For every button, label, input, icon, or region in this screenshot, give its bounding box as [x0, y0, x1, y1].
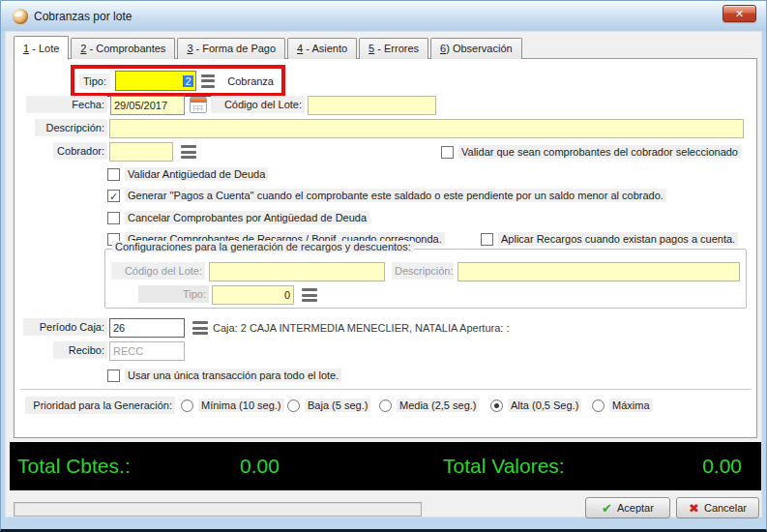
recargos-groupbox: Configuraciones para la generación de re…	[104, 249, 747, 309]
prioridad-baja-radio[interactable]: Baja (5 seg.)	[287, 397, 370, 414]
descripcion-label: Descripción:	[35, 119, 107, 136]
tipo-value: 2	[183, 75, 192, 87]
tab-bar: 1 - Lote 2 - Comprobantes 3 - Forma de P…	[14, 36, 524, 59]
aplicar-recargos-checkbox[interactable]: Aplicar Recargos cuando existan pagos a …	[481, 230, 738, 248]
cobrador-label: Cobrador:	[53, 142, 107, 160]
prioridad-minima-radio[interactable]: Mínima (10 seg.)	[181, 397, 284, 414]
radio-selected-icon	[490, 399, 503, 412]
tab-page-lote: Tipo: 2 Cobranza Fecha: Código del Lote:…	[14, 58, 757, 438]
window-title: Cobranzas por lote	[34, 10, 132, 23]
codigo-lote-input[interactable]	[308, 96, 436, 115]
gb-tipo-input[interactable]	[212, 285, 294, 305]
cobrador-input[interactable]	[109, 142, 173, 162]
total-cbtes-value: 0.00	[240, 455, 280, 478]
tab-forma-de-pago[interactable]: 3 - Forma de Pago	[177, 38, 285, 59]
periodo-caja-input[interactable]	[109, 318, 185, 338]
title-bar[interactable]: Cobranzas por lote ✕	[1, 1, 766, 31]
recibo-label: Recibo:	[53, 341, 107, 359]
tipo-input[interactable]: 2	[115, 71, 195, 91]
total-cbtes-label: Total Cbtes.:	[17, 455, 131, 478]
tipo-highlight-annotation: Tipo: 2 Cobranza	[71, 65, 285, 97]
close-button[interactable]: ✕	[723, 5, 756, 22]
tab-lote[interactable]: 1 - Lote	[14, 36, 69, 60]
checkbox-icon	[481, 233, 493, 246]
prioridad-media-radio[interactable]: Media (2,5 seg.)	[379, 397, 479, 414]
totals-bar: Total Cbtes.: 0.00 Total Valores: 0.00	[10, 442, 761, 490]
checkbox-checked-icon: ✓	[107, 190, 120, 202]
radio-icon	[181, 399, 193, 412]
calendar-icon[interactable]	[190, 97, 207, 113]
dialog-window: Cobranzas por lote ✕ 1 - Lote 2 - Compro…	[0, 0, 767, 532]
fecha-label: Fecha:	[26, 96, 107, 113]
recargos-groupbox-title: Configuraciones para la generación de re…	[112, 241, 414, 252]
tab-asiento[interactable]: 4 - Asiento	[287, 38, 357, 59]
tab-comprobantes[interactable]: 2 - Comprobantes	[71, 38, 175, 59]
gb-descripcion-input[interactable]	[457, 262, 740, 281]
separator	[20, 389, 752, 391]
checkbox-icon	[107, 369, 120, 382]
tab-errores[interactable]: 5 - Errores	[359, 38, 428, 59]
checkbox-icon	[107, 212, 120, 224]
dialog-client-area: 1 - Lote 2 - Comprobantes 3 - Forma de P…	[5, 31, 762, 517]
codigo-lote-label: Código del Lote:	[211, 96, 305, 113]
cobrador-lookup-menu-icon[interactable]	[181, 145, 196, 159]
descripcion-input[interactable]	[109, 119, 744, 138]
aceptar-button[interactable]: ✔ Aceptar	[585, 497, 670, 518]
tipo-name: Cobranza	[220, 74, 281, 89]
cancel-x-icon: ✖	[689, 501, 699, 516]
prioridad-label: Prioridad para la Generación:	[25, 397, 175, 414]
cancelar-button[interactable]: ✖ Cancelar	[676, 497, 759, 518]
prioridad-alta-radio[interactable]: Alta (0,5 Seg.)	[490, 397, 581, 414]
tab-observacion[interactable]: 6) Observación	[430, 38, 522, 59]
unica-transaccion-checkbox[interactable]: Usar una única transacción para todo el …	[107, 367, 341, 384]
progress-bar	[14, 502, 422, 517]
cancelar-comprobantes-checkbox[interactable]: Cancelar Comprobantes por Antigüedad de …	[107, 209, 369, 226]
gb-descripcion-label: Descripción:	[392, 262, 454, 280]
recibo-input[interactable]	[109, 341, 185, 361]
total-valores-label: Total Valores:	[443, 455, 565, 478]
gb-codigo-lote-input[interactable]	[209, 262, 385, 281]
generar-pagos-checkbox[interactable]: ✓ Generar ''Pagos a Cuenta'' cuando el c…	[107, 187, 666, 204]
prioridad-maxima-radio[interactable]: Máxima	[592, 397, 653, 414]
caja-info-text: Caja: 2 CAJA INTERMEDIA MENECLIER, NATAL…	[213, 319, 509, 337]
radio-icon	[287, 399, 300, 412]
checkbox-icon	[107, 168, 120, 181]
periodo-caja-lookup-menu-icon[interactable]	[192, 321, 208, 335]
tipo-lookup-menu-icon[interactable]	[201, 74, 216, 88]
gb-tipo-lookup-menu-icon[interactable]	[302, 288, 317, 302]
gb-codigo-lote-label: Código del Lote:	[111, 262, 205, 280]
tipo-label: Tipo:	[79, 74, 110, 89]
validar-cobrador-checkbox[interactable]: Validar que sean comprobantes del cobrad…	[441, 143, 741, 161]
radio-icon	[379, 399, 392, 412]
validar-antiguedad-checkbox[interactable]: Validar Antigüedad de Deuda	[107, 165, 268, 183]
app-icon	[13, 9, 28, 24]
gb-tipo-label: Tipo:	[138, 285, 209, 303]
radio-icon	[592, 399, 605, 412]
periodo-caja-label: Período Caja:	[23, 318, 107, 336]
checkbox-icon	[441, 146, 454, 159]
accept-check-icon: ✔	[602, 501, 612, 516]
fecha-input[interactable]	[110, 96, 185, 115]
total-valores-value: 0.00	[702, 455, 742, 478]
